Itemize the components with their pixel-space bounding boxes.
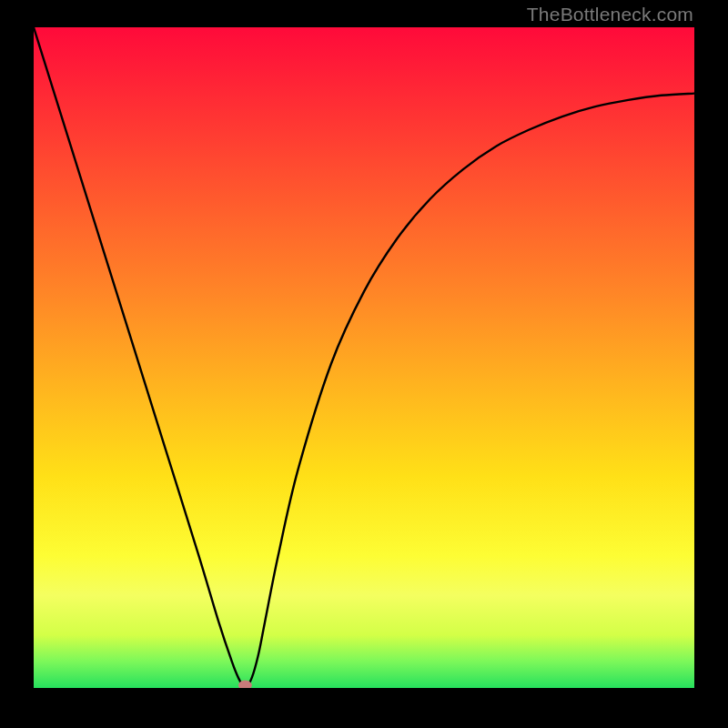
- bottleneck-curve: [34, 27, 694, 688]
- plot-area: [34, 27, 694, 688]
- chart-frame: TheBottleneck.com: [0, 0, 728, 728]
- curve-svg: [34, 27, 694, 688]
- minimum-marker: [238, 681, 251, 688]
- watermark-text: TheBottleneck.com: [527, 4, 693, 25]
